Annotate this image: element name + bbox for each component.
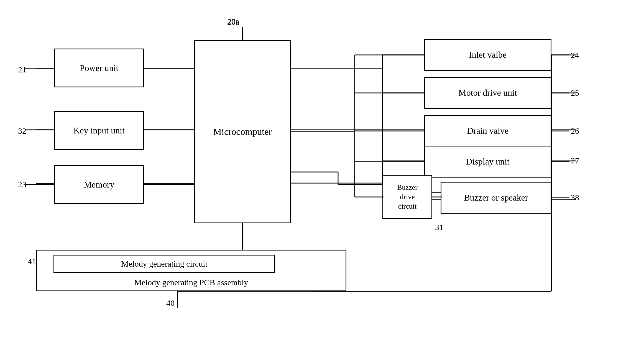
label-31: 31: [435, 222, 443, 232]
block-melody-pcb-assembly: Melody generating circuit Melody generat…: [36, 250, 346, 291]
melody-pcb-label: Melody generating PCB assembly: [37, 278, 346, 287]
block-key-input-unit: Key input unit: [54, 111, 144, 150]
label-41: 41: [28, 257, 36, 266]
block-drain-valve: Drain valve: [424, 115, 551, 147]
block-power-unit: Power unit: [54, 49, 144, 87]
label-21: 21: [18, 65, 26, 74]
label-24: 24: [571, 50, 579, 60]
label-25: 25: [571, 88, 579, 98]
block-melody-generating-circuit: Melody generating circuit: [53, 255, 275, 273]
label-20a: 20a: [227, 17, 239, 27]
diagram: 20a Microcomputer Power unit Key input u…: [0, 0, 644, 349]
block-display-unit: Display unit: [424, 146, 551, 178]
block-buzzer-or-speaker: Buzzer or speaker: [441, 182, 551, 214]
label-32: 32: [18, 126, 26, 136]
label-40: 40: [166, 298, 175, 308]
label-23: 23: [18, 180, 26, 189]
block-buzzer-drive-circuit: Buzzer drive circuit: [382, 175, 432, 219]
block-inlet-valve: Inlet valbe: [424, 39, 551, 71]
block-microcomputer: Microcomputer: [194, 40, 291, 223]
block-motor-drive-unit: Motor drive unit: [424, 77, 551, 109]
label-27: 27: [571, 156, 579, 165]
block-memory: Memory: [54, 165, 144, 204]
label-26: 26: [571, 126, 579, 136]
label-38: 38: [571, 193, 579, 202]
